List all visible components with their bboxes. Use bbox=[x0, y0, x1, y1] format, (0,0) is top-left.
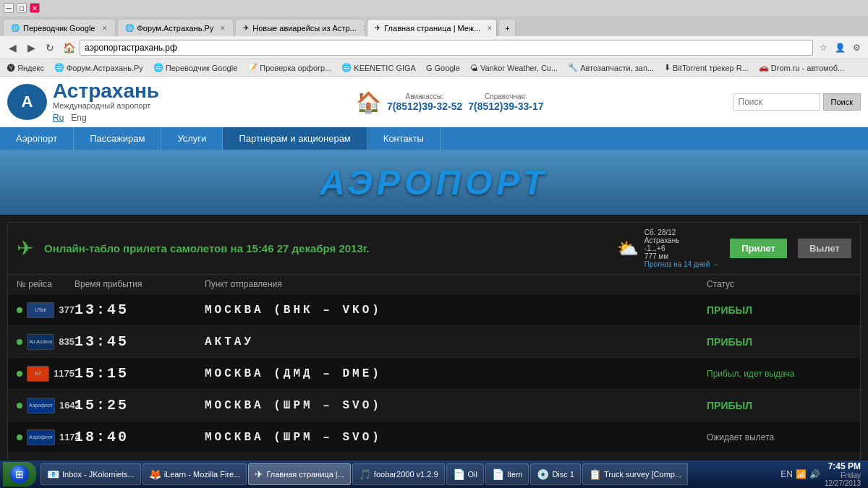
airline-logo: Air Astana bbox=[27, 334, 54, 350]
site-title: Астрахань bbox=[53, 81, 159, 101]
logo-letter: А bbox=[22, 93, 33, 111]
tab-icon-3: ✈ bbox=[375, 24, 380, 32]
back-button[interactable]: ◀ bbox=[4, 40, 20, 56]
browser-window: ─ □ ✕ 🌐 Переводчик Google ✕ 🌐 Форум.Астр… bbox=[0, 0, 868, 488]
bookmark-forum[interactable]: 🌐 Форум.Астрахань.Ру bbox=[51, 61, 146, 74]
weather-info: Сб. 28/12 Астрахань -1...+6 777 мм Прогн… bbox=[644, 228, 719, 268]
taskbar-app-6[interactable]: 💿Disc 1 bbox=[530, 463, 581, 485]
weather-mm: 777 мм bbox=[644, 252, 719, 260]
nav-contacts[interactable]: Контакты bbox=[367, 127, 441, 150]
close-button[interactable]: ✕ bbox=[30, 3, 40, 13]
search-input[interactable] bbox=[733, 93, 820, 111]
bookmark-label-bittorrent: BitTorrent трекер R... bbox=[673, 64, 749, 72]
status-dot bbox=[17, 403, 22, 408]
col-destination: Пункт отправления bbox=[205, 278, 707, 291]
taskbar-right: EN 📶 🔊 7:45 PM Friday 12/27/2013 bbox=[776, 461, 865, 487]
flight-row: Air Astana 835 13:45 АКТАУ ПРИБЫЛ bbox=[8, 325, 860, 357]
forward-button[interactable]: ▶ bbox=[23, 40, 39, 56]
bookmark-vankor[interactable]: 🌤 Vankor Weather, Cu... bbox=[467, 62, 561, 74]
new-tab-button[interactable]: + bbox=[498, 19, 516, 36]
weather-icon: ⛅ bbox=[617, 239, 639, 259]
bookmark-bittorrent[interactable]: ⬇ BitTorrent трекер R... bbox=[661, 61, 752, 74]
bookmark-label-google: Google bbox=[434, 64, 459, 72]
departure-button[interactable]: Вылет bbox=[798, 239, 851, 258]
arrival-time: 13:45 bbox=[75, 333, 205, 350]
user-icon[interactable]: 👤 bbox=[833, 40, 847, 55]
taskbar-app-7[interactable]: 📋Truck survey [Comp... bbox=[582, 463, 688, 485]
tab-label-1: Форум.Астрахань.Ру bbox=[137, 24, 214, 33]
search-button[interactable]: Поиск bbox=[823, 93, 861, 111]
app-label-3: foobar2000 v1.2.9 bbox=[374, 470, 438, 479]
site-header: А Астрахань Международный аэропорт Ru En… bbox=[0, 77, 868, 150]
app-icon-7: 📋 bbox=[589, 468, 601, 480]
yandex-icon: 🅨 bbox=[7, 64, 15, 72]
tab-bar: 🌐 Переводчик Google ✕ 🌐 Форум.Астрахань.… bbox=[0, 16, 868, 36]
arrival-button[interactable]: Прилет bbox=[730, 239, 787, 258]
bookmark-label-spell: Проверка орфогр... bbox=[260, 64, 331, 72]
tab-2[interactable]: ✈ Новые авиарейсы из Астр... ✕ bbox=[235, 19, 365, 36]
app-icon-6: 💿 bbox=[537, 468, 549, 480]
bittorrent-icon: ⬇ bbox=[664, 63, 671, 72]
taskbar-app-1[interactable]: 🦊iLearn - Mozilla Fire... bbox=[142, 463, 247, 485]
nav-services[interactable]: Услуги bbox=[161, 127, 223, 150]
info-label: Справочная: bbox=[485, 93, 527, 100]
lang-ru[interactable]: Ru bbox=[53, 113, 64, 123]
bookmark-drom[interactable]: 🚗 Drom.ru - автомоб... bbox=[756, 61, 847, 74]
tab-icon-0: 🌐 bbox=[11, 24, 20, 32]
search-area: Поиск bbox=[733, 93, 861, 111]
tab-0[interactable]: 🌐 Переводчик Google ✕ bbox=[3, 19, 116, 36]
nav-partners[interactable]: Партнерам и акционерам bbox=[223, 127, 367, 150]
lang-eng[interactable]: Eng bbox=[71, 113, 86, 123]
bookmark-keenetic[interactable]: 🌐 KEENETIC GIGA bbox=[339, 61, 419, 74]
home-button[interactable]: 🏠 bbox=[61, 40, 77, 56]
address-bar[interactable] bbox=[80, 40, 813, 56]
network-icon: 📶 bbox=[796, 469, 807, 479]
tab-3[interactable]: ✈ Главная страница | Меж... ✕ bbox=[367, 19, 497, 36]
tab-close-1[interactable]: ✕ bbox=[220, 25, 226, 32]
bookmark-label-yandex: Яндекс bbox=[17, 64, 44, 72]
flight-num-cell: Аэрофлот 1642 bbox=[17, 398, 75, 414]
cashier-phone: 7(8512)39-32-52 bbox=[387, 100, 462, 112]
google-icon: G bbox=[426, 64, 433, 72]
tab-1[interactable]: 🌐 Форум.Астрахань.Ру ✕ bbox=[117, 19, 234, 36]
refresh-button[interactable]: ↻ bbox=[42, 40, 58, 56]
translate-icon: 🌐 bbox=[153, 63, 163, 72]
maximize-button[interactable]: □ bbox=[17, 3, 27, 13]
settings-icon[interactable]: ⚙ bbox=[849, 40, 864, 55]
bookmark-yandex[interactable]: 🅨 Яндекс bbox=[4, 62, 47, 74]
taskbar-app-3[interactable]: 🎵foobar2000 v1.2.9 bbox=[352, 463, 445, 485]
bookmark-translate[interactable]: 🌐 Переводчик Google bbox=[150, 61, 241, 74]
taskbar-app-0[interactable]: 📧Inbox - JKolomiets... bbox=[41, 463, 141, 485]
tab-close-2[interactable]: ✕ bbox=[363, 25, 366, 32]
bookmark-star-icon[interactable]: ☆ bbox=[816, 40, 830, 55]
bookmark-avto[interactable]: 🔧 Автозапчасти, зап... bbox=[565, 61, 657, 74]
forum-icon: 🌐 bbox=[54, 63, 64, 72]
col-status: Статус bbox=[707, 278, 851, 291]
system-clock[interactable]: 7:45 PM Friday 12/27/2013 bbox=[825, 461, 861, 487]
status-dot bbox=[17, 435, 22, 440]
bookmark-spell[interactable]: 📝 Проверка орфогр... bbox=[244, 61, 334, 74]
logo-text: Астрахань Международный аэропорт Ru Eng bbox=[53, 81, 159, 123]
status-dot bbox=[17, 339, 22, 345]
destination: МОСКВА (ШРМ – SVO) bbox=[205, 431, 707, 444]
weather-forecast-link[interactable]: Прогноз на 14 дней → bbox=[644, 260, 719, 268]
app-icon-3: 🎵 bbox=[359, 468, 371, 480]
minimize-button[interactable]: ─ bbox=[4, 3, 14, 13]
nav-airport[interactable]: Аэропорт bbox=[0, 127, 74, 150]
start-button[interactable]: ⊞ bbox=[3, 462, 36, 487]
taskbar-app-5[interactable]: 📄Item bbox=[485, 463, 529, 485]
navigation-bar: ◀ ▶ ↻ 🏠 ☆ 👤 ⚙ bbox=[0, 36, 868, 59]
taskbar-app-4[interactable]: 📄Oil bbox=[446, 463, 484, 485]
windows-orb: ⊞ bbox=[10, 465, 29, 484]
flight-board-container: ✈ Онлайн-табло прилета самолетов на 15:4… bbox=[0, 215, 868, 488]
app-label-5: Item bbox=[507, 470, 522, 479]
window-controls: ─ □ ✕ bbox=[4, 3, 40, 13]
destination: АКТАУ bbox=[205, 335, 707, 348]
bookmark-google[interactable]: G Google bbox=[423, 62, 463, 74]
page-content: А Астрахань Международный аэропорт Ru En… bbox=[0, 77, 868, 488]
nav-passengers[interactable]: Пассажирам bbox=[74, 127, 161, 150]
app-label-1: iLearn - Mozilla Fire... bbox=[164, 470, 241, 479]
tab-close-0[interactable]: ✕ bbox=[102, 25, 108, 32]
tab-close-3[interactable]: ✕ bbox=[487, 25, 493, 32]
taskbar-app-2[interactable]: ✈Главная страница |... bbox=[248, 463, 350, 485]
